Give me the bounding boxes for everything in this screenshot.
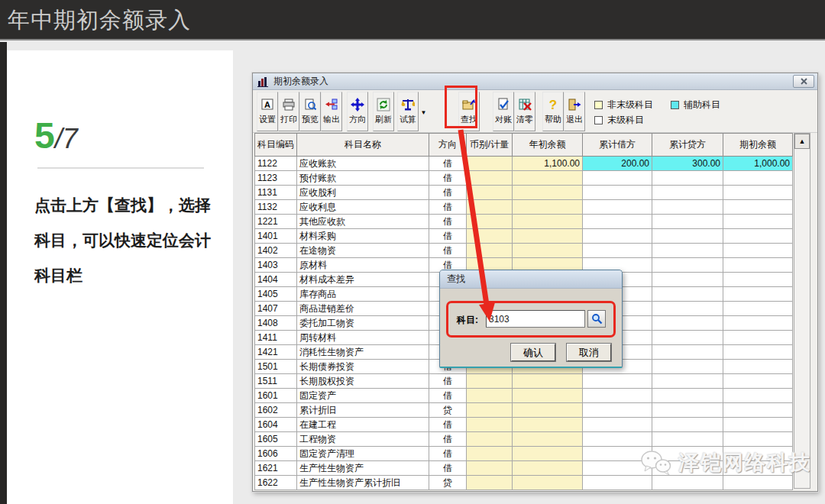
cell-code[interactable]: 1604 [255, 418, 297, 432]
cell-direction[interactable]: 借 [429, 171, 467, 186]
table-row[interactable]: 1123预付账款借 [255, 171, 793, 186]
cell-opening[interactable] [723, 171, 793, 186]
cell-cum-debit[interactable] [583, 418, 652, 432]
cell-code[interactable]: 1621 [255, 461, 297, 476]
confirm-button[interactable]: 确认 [511, 344, 555, 361]
cell-cum-credit[interactable] [652, 331, 723, 345]
cell-name[interactable]: 委托加工物资 [297, 316, 429, 331]
cell-cum-credit[interactable] [652, 215, 723, 229]
scroll-up-button[interactable]: ▲ [794, 134, 810, 149]
cell-direction[interactable]: 借 [429, 432, 467, 447]
cell-name[interactable]: 固定资产 [297, 389, 429, 403]
cell-opening[interactable] [723, 389, 793, 403]
toolbar-button-direction[interactable]: 方向 [347, 92, 368, 131]
cell-name[interactable]: 应收利息 [297, 200, 429, 215]
cell-code[interactable]: 1501 [255, 360, 297, 374]
cell-direction[interactable]: 借 [429, 186, 467, 200]
table-row[interactable]: 1221其他应收款借 [255, 215, 793, 229]
cell-cum-credit[interactable] [652, 432, 723, 447]
toolbar-button-refresh[interactable]: 刷新 [373, 92, 394, 131]
cell-cum-debit[interactable] [583, 200, 652, 215]
cell-opening[interactable] [723, 287, 793, 302]
cell-cum-credit[interactable] [652, 302, 723, 316]
cell-name[interactable]: 库存商品 [297, 287, 429, 302]
trial-balance-dropdown-arrow[interactable]: ▼ [419, 92, 429, 131]
cell-direction[interactable]: 借 [429, 389, 467, 403]
cell-direction[interactable]: 借 [429, 229, 467, 244]
toolbar-button-print-preview[interactable]: 预览 [299, 92, 321, 131]
table-row[interactable]: 1401材料采购借 [255, 229, 793, 244]
cell-code[interactable]: 1421 [255, 345, 297, 360]
cell-direction[interactable]: 借 [429, 200, 467, 215]
cell-opening[interactable] [723, 345, 793, 360]
cell-year-begin[interactable] [513, 447, 583, 461]
cell-opening[interactable] [723, 360, 793, 374]
cell-name[interactable]: 长期债券投资 [297, 360, 429, 374]
cell-cum-debit[interactable] [583, 244, 652, 258]
cell-direction[interactable]: 借 [429, 244, 467, 258]
cell-code[interactable]: 1408 [255, 316, 297, 331]
cell-name[interactable]: 预付账款 [297, 171, 429, 186]
cell-opening[interactable] [723, 186, 793, 200]
cell-cum-credit[interactable]: 300.00 [652, 157, 723, 171]
cell-cum-debit[interactable] [583, 215, 652, 229]
close-button[interactable] [793, 75, 814, 88]
cell-cum-credit[interactable] [652, 476, 723, 490]
cell-year-begin[interactable] [513, 418, 583, 432]
cell-cum-credit[interactable] [652, 403, 723, 418]
cell-code[interactable]: 1122 [255, 157, 297, 171]
table-row[interactable]: 1132应收利息借 [255, 200, 793, 215]
cell-year-begin[interactable] [513, 476, 583, 490]
cell-currency[interactable] [467, 229, 513, 244]
cell-currency[interactable] [467, 389, 513, 403]
cell-opening[interactable] [723, 244, 793, 258]
cell-currency[interactable] [467, 447, 513, 461]
cell-cum-debit[interactable] [583, 171, 652, 186]
cell-direction[interactable]: 借 [429, 447, 467, 461]
cell-direction[interactable]: 借 [429, 418, 467, 432]
cell-cum-credit[interactable] [652, 345, 723, 360]
cell-name[interactable]: 应收股利 [297, 186, 429, 200]
cell-cum-debit[interactable] [583, 389, 652, 403]
cell-code[interactable]: 1403 [255, 258, 297, 273]
cell-name[interactable]: 周转材料 [297, 331, 429, 345]
table-row[interactable]: 1601固定资产借 [255, 389, 793, 403]
cell-direction[interactable]: 贷 [429, 403, 467, 418]
cell-year-begin[interactable] [513, 432, 583, 447]
table-row[interactable]: 1402在途物资借 [255, 244, 793, 258]
cell-cum-debit[interactable] [583, 374, 652, 389]
cell-cum-credit[interactable] [652, 287, 723, 302]
cell-cum-credit[interactable] [652, 186, 723, 200]
table-row[interactable]: 1511长期股权投资借 [255, 374, 793, 389]
cell-code[interactable]: 1606 [255, 447, 297, 461]
cell-name[interactable]: 固定资产清理 [297, 447, 429, 461]
cell-code[interactable]: 1404 [255, 273, 297, 287]
cell-currency[interactable] [467, 215, 513, 229]
table-row[interactable]: 1122应收账款借1,100.00200.00300.001,000.00 [255, 157, 793, 171]
cell-cum-credit[interactable] [652, 389, 723, 403]
toolbar-button-font-settings[interactable]: A设置 [257, 92, 278, 131]
cell-year-begin[interactable] [513, 229, 583, 244]
cell-currency[interactable] [467, 200, 513, 215]
toolbar-button-help[interactable]: ?帮助 [542, 92, 564, 131]
cell-year-begin[interactable] [513, 171, 583, 186]
cell-year-begin[interactable] [513, 389, 583, 403]
table-row[interactable]: 1604在建工程借 [255, 418, 793, 432]
cell-code[interactable]: 1601 [255, 389, 297, 403]
cell-name[interactable]: 材料采购 [297, 229, 429, 244]
cell-opening[interactable] [723, 432, 793, 447]
cell-name[interactable]: 在途物资 [297, 244, 429, 258]
cell-code[interactable]: 1511 [255, 374, 297, 389]
cell-cum-credit[interactable] [652, 374, 723, 389]
cell-opening[interactable] [723, 273, 793, 287]
cell-opening[interactable] [723, 418, 793, 432]
cell-direction[interactable]: 借 [429, 215, 467, 229]
cell-opening[interactable] [723, 229, 793, 244]
cell-code[interactable]: 1411 [255, 331, 297, 345]
cell-code[interactable]: 1405 [255, 287, 297, 302]
toolbar-button-printer[interactable]: 打印 [278, 92, 299, 131]
cell-currency[interactable] [467, 418, 513, 432]
cell-name[interactable]: 长期股权投资 [297, 374, 429, 389]
cell-name[interactable]: 在建工程 [297, 418, 429, 432]
cell-opening[interactable]: 1,000.00 [723, 157, 793, 171]
